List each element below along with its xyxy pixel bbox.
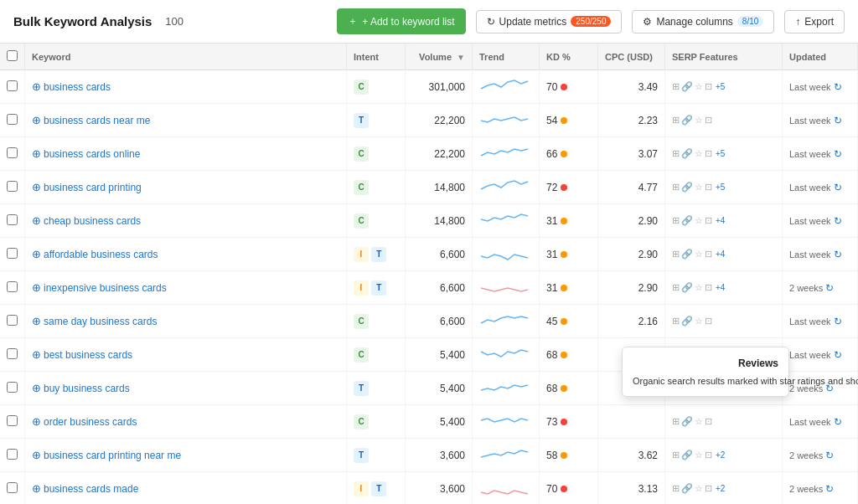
serp-link-icon: 🔗 <box>681 249 693 260</box>
table-row: ⊕same day business cardsC 6,600452.16⊞🔗☆… <box>0 305 858 338</box>
intent-cell: C <box>347 70 406 104</box>
cpc-cell: 3.13 <box>598 472 665 505</box>
update-label: Update metrics <box>499 16 567 28</box>
intent-cell: T <box>347 104 406 137</box>
serp-star-icon: ☆ <box>695 416 703 427</box>
keyword-link[interactable]: inexpensive business cards <box>44 282 167 294</box>
serp-cell: ⊞🔗☆⊡+2 <box>665 439 783 472</box>
table-row: ⊕affordable business cardsI T 6,600312.9… <box>0 238 858 271</box>
row-checkbox[interactable] <box>7 482 18 493</box>
refresh-icon[interactable]: ↻ <box>834 349 842 361</box>
row-checkbox[interactable] <box>7 114 18 125</box>
keyword-link[interactable]: cheap business cards <box>44 215 141 227</box>
add-keyword-icon[interactable]: ⊕ <box>32 415 41 428</box>
add-keyword-icon[interactable]: ⊕ <box>32 382 41 394</box>
add-keyword-icon[interactable]: ⊕ <box>32 147 41 160</box>
export-button[interactable]: ↑ Export <box>784 10 845 33</box>
keyword-cell: ⊕buy business cards <box>25 372 347 405</box>
keyword-link[interactable]: order business cards <box>44 416 137 428</box>
keyword-link[interactable]: affordable business cards <box>44 249 158 260</box>
keyword-link[interactable]: business card printing near me <box>44 450 181 461</box>
serp-image-icon: ⊞ <box>672 316 680 327</box>
row-checkbox[interactable] <box>7 315 18 326</box>
add-keyword-icon[interactable]: ⊕ <box>32 248 41 260</box>
refresh-icon[interactable]: ↻ <box>834 215 842 227</box>
serp-cell: ⊞🔗☆⊡ <box>665 405 783 439</box>
row-checkbox[interactable] <box>7 449 18 460</box>
kd-cell: 70 <box>540 472 598 505</box>
refresh-icon[interactable]: ↻ <box>834 249 842 260</box>
keyword-link[interactable]: business cards made <box>44 483 138 495</box>
serp-check-icon: ⊡ <box>705 282 712 293</box>
refresh-icon[interactable]: ↻ <box>825 282 834 294</box>
serp-icons: ⊞🔗☆⊡ <box>672 416 775 427</box>
add-keyword-icon[interactable]: ⊕ <box>32 114 41 126</box>
row-checkbox[interactable] <box>7 415 18 426</box>
manage-columns-button[interactable]: ⚙ Manage columns 8/10 <box>632 10 774 33</box>
refresh-icon[interactable]: ↻ <box>834 416 842 428</box>
row-checkbox[interactable] <box>7 248 18 259</box>
add-to-keyword-list-button[interactable]: ＋ + Add to keyword list <box>337 8 465 34</box>
reviews-tooltip: Reviews Organic search results marked wi… <box>622 347 789 398</box>
refresh-icon[interactable]: ↻ <box>825 450 834 461</box>
select-all-checkbox[interactable] <box>7 50 18 61</box>
row-checkbox-cell <box>0 104 25 137</box>
add-keyword-icon[interactable]: ⊕ <box>32 348 41 361</box>
row-checkbox[interactable] <box>7 147 18 158</box>
serp-check-icon: ⊡ <box>705 148 712 159</box>
table-row: ⊕business cards onlineC 22,200663.07⊞🔗☆⊡… <box>0 137 858 171</box>
add-keyword-icon[interactable]: ⊕ <box>32 482 41 495</box>
serp-plus-badge: +5 <box>716 82 725 91</box>
row-checkbox[interactable] <box>7 281 18 292</box>
updated-cell: Last week↻ <box>783 338 858 372</box>
serp-icons: ⊞🔗☆⊡+5 <box>672 182 775 193</box>
add-keyword-icon[interactable]: ⊕ <box>32 181 41 193</box>
keyword-cell: ⊕business cards made <box>25 472 347 505</box>
update-metrics-button[interactable]: ↻ Update metrics 250/250 <box>476 10 623 33</box>
keyword-link[interactable]: business cards <box>44 81 111 93</box>
keyword-link[interactable]: buy business cards <box>44 383 130 394</box>
updated-cell: 2 weeks↻ <box>783 439 858 472</box>
intent-cell: C <box>347 204 406 238</box>
add-keyword-icon[interactable]: ⊕ <box>32 315 41 327</box>
row-checkbox[interactable] <box>7 181 18 192</box>
add-keyword-icon[interactable]: ⊕ <box>32 449 41 461</box>
intent-badge: T <box>354 448 369 463</box>
trend-chart <box>479 177 530 195</box>
updated-text: 2 weeks <box>789 484 823 494</box>
col-header-volume[interactable]: Volume ▼ <box>406 44 473 70</box>
keyword-cell: ⊕inexpensive business cards <box>25 271 347 305</box>
kd-cell: 45 <box>540 305 598 338</box>
row-checkbox-cell <box>0 70 25 104</box>
kd-indicator <box>561 486 567 492</box>
keyword-link[interactable]: best business cards <box>44 349 132 361</box>
row-checkbox-cell <box>0 372 25 405</box>
serp-cell: ⊞🔗☆⊡+5 <box>665 137 783 171</box>
trend-chart <box>479 478 530 496</box>
row-checkbox[interactable] <box>7 214 18 225</box>
serp-link-icon: 🔗 <box>681 282 693 293</box>
serp-icons: ⊞🔗☆⊡+4 <box>672 215 775 226</box>
refresh-icon[interactable]: ↻ <box>834 148 842 160</box>
add-keyword-icon[interactable]: ⊕ <box>32 281 41 294</box>
serp-star-icon: ☆ <box>695 148 703 159</box>
row-checkbox[interactable] <box>7 80 18 91</box>
keyword-link[interactable]: business cards online <box>44 148 140 160</box>
refresh-icon[interactable]: ↻ <box>834 81 842 93</box>
serp-check-icon: ⊡ <box>705 115 712 126</box>
intent-badge: I <box>354 247 369 262</box>
add-keyword-icon[interactable]: ⊕ <box>32 214 41 227</box>
trend-cell <box>473 305 540 338</box>
keyword-link[interactable]: same day business cards <box>44 316 157 327</box>
refresh-icon[interactable]: ↻ <box>834 316 842 327</box>
add-keyword-icon[interactable]: ⊕ <box>32 80 41 93</box>
row-checkbox[interactable] <box>7 382 18 393</box>
refresh-icon[interactable]: ↻ <box>834 182 842 193</box>
refresh-icon[interactable]: ↻ <box>834 115 842 126</box>
serp-plus-badge: +4 <box>716 249 725 259</box>
row-checkbox[interactable] <box>7 348 18 359</box>
keyword-link[interactable]: business cards near me <box>44 115 150 126</box>
refresh-icon[interactable]: ↻ <box>825 483 834 495</box>
keyword-link[interactable]: business card printing <box>44 182 142 193</box>
kd-value: 68 <box>546 383 557 394</box>
